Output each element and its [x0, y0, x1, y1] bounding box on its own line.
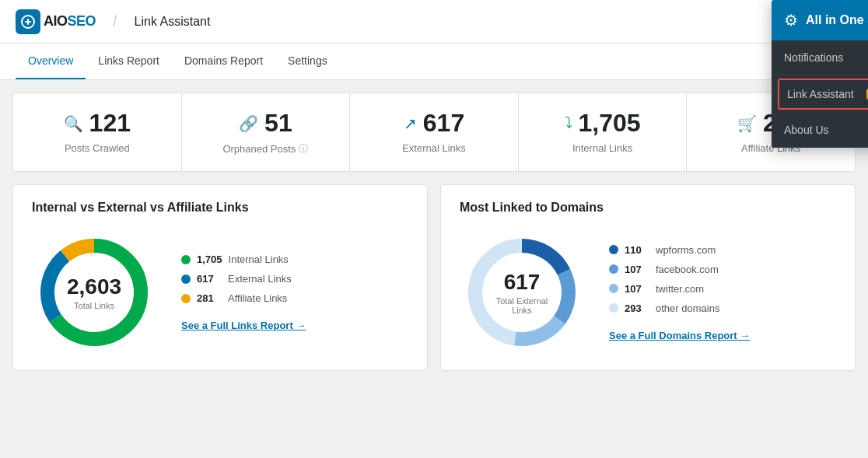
legend-label-affiliate: Affiliate Links: [228, 292, 287, 304]
logo-text: AIOSEO: [44, 13, 96, 30]
dropdown-item-about-us[interactable]: About Us: [772, 113, 868, 148]
aioseo-logo: AIOSEO: [16, 9, 96, 34]
legend-dot-external: [181, 274, 191, 284]
gear-icon: ⚙: [784, 11, 798, 30]
left-chart-card: Internal vs External vs Affiliate Links: [12, 184, 428, 371]
page-title: Link Assistant: [135, 15, 211, 29]
tab-links-report[interactable]: Links Report: [86, 44, 172, 79]
stat-external-links: ↗ 617 External Links: [350, 93, 519, 171]
stat-external-label: External Links: [402, 142, 466, 154]
left-chart-content: 2,603 Total Links 1,705 Internal Links 6…: [32, 230, 408, 355]
header: AIOSEO / Link Assistant: [0, 0, 868, 44]
dropdown-item-link-assistant[interactable]: Link Assistant NEW!: [778, 79, 868, 110]
tab-domains-report[interactable]: Domains Report: [172, 44, 275, 79]
search-icon: 🔍: [64, 114, 83, 133]
dropdown-item-notifications[interactable]: Notifications: [772, 40, 868, 75]
nav-tabs: Overview Links Report Domains Report Set…: [0, 44, 868, 80]
info-icon[interactable]: ⓘ: [299, 142, 308, 156]
stat-posts-crawled: 🔍 121 Posts Crawled: [13, 93, 182, 171]
right-chart-title: Most Linked to Domains: [460, 201, 836, 215]
see-links-report-link[interactable]: See a Full Links Report →: [181, 320, 306, 331]
domain-dot-facebook: [609, 264, 618, 274]
domain-name-twitter: twitter.com: [656, 283, 704, 295]
right-chart-legend-area: 110 wpforms.com 107 facebook.com 107 twi…: [609, 244, 750, 341]
internal-link-icon: ⤵: [565, 114, 572, 132]
stat-internal-number: 1,705: [579, 109, 641, 138]
affiliate-icon: 🛒: [737, 114, 757, 133]
tab-settings[interactable]: Settings: [275, 44, 340, 79]
stat-posts-crawled-number: 121: [89, 109, 131, 138]
domain-dot-wpforms: [609, 245, 618, 254]
right-chart-content: 617 Total External Links 110 wpforms.com…: [460, 230, 836, 355]
logo-area: AIOSEO / Link Assistant: [16, 9, 210, 34]
legend-label-external: External Links: [228, 273, 292, 285]
domain-count-wpforms: 110: [625, 244, 649, 256]
legend-count-affiliate: 281: [197, 292, 222, 304]
legend-dot-internal: [181, 255, 191, 264]
legend-item-affiliate: 281 Affiliate Links: [181, 292, 306, 304]
left-donut-wrapper: 2,603 Total Links: [32, 230, 156, 355]
right-donut-label: Total External Links: [491, 296, 553, 315]
right-donut-center: 617 Total External Links: [491, 270, 553, 315]
link-assistant-label: Link Assistant: [787, 88, 854, 100]
legend-dot-affiliate: [181, 294, 191, 303]
dropdown-menu: ⚙ All in One SEO ◀ Notifications Link As…: [772, 0, 868, 148]
see-domains-report-link[interactable]: See a Full Domains Report →: [609, 330, 750, 341]
tab-overview[interactable]: Overview: [16, 44, 86, 79]
right-chart-card: Most Linked to Domains 617: [440, 184, 856, 371]
domain-count-other: 293: [625, 302, 649, 314]
domain-name-other: other domains: [656, 302, 719, 314]
domain-count-twitter: 107: [625, 283, 649, 295]
link-off-icon: 🔗: [239, 114, 258, 133]
left-legend: 1,705 Internal Links 617 External Links …: [181, 253, 306, 304]
domain-dot-other: [609, 303, 618, 313]
legend-item-external: 617 External Links: [181, 273, 306, 285]
stat-internal-links: ⤵ 1,705 Internal Links: [519, 93, 688, 171]
left-chart-title: Internal vs External vs Affiliate Links: [32, 201, 408, 215]
legend-count-external: 617: [197, 273, 222, 285]
stat-posts-crawled-label: Posts Crawled: [65, 142, 130, 154]
stat-orphaned-posts: 🔗 51 Orphaned Posts ⓘ: [182, 93, 351, 171]
stat-external-number: 617: [423, 109, 464, 138]
stats-row: 🔍 121 Posts Crawled 🔗 51 Orphaned Posts …: [12, 93, 856, 172]
left-donut-number: 2,603: [67, 274, 121, 299]
legend-item-internal: 1,705 Internal Links: [181, 253, 306, 265]
domain-item-wpforms: 110 wpforms.com: [609, 244, 750, 256]
external-link-icon: ↗: [404, 114, 417, 133]
legend-count-internal: 1,705: [197, 253, 222, 265]
charts-row: Internal vs External vs Affiliate Links: [12, 184, 856, 371]
domain-name-facebook: facebook.com: [656, 264, 719, 275]
stat-internal-label: Internal Links: [572, 142, 632, 154]
domain-item-twitter: 107 twitter.com: [609, 283, 750, 295]
domain-name-wpforms: wpforms.com: [656, 244, 716, 256]
dropdown-header[interactable]: ⚙ All in One SEO ◀: [772, 0, 868, 40]
dropdown-title: All in One SEO: [806, 13, 868, 27]
domains-legend: 110 wpforms.com 107 facebook.com 107 twi…: [609, 244, 750, 314]
domain-item-facebook: 107 facebook.com: [609, 264, 750, 275]
domain-dot-twitter: [609, 284, 618, 293]
domain-item-other: 293 other domains: [609, 302, 750, 314]
legend-label-internal: Internal Links: [229, 253, 289, 265]
logo-icon: [16, 9, 40, 34]
left-donut-label: Total Links: [67, 301, 121, 310]
notifications-label: Notifications: [784, 51, 843, 64]
right-donut-wrapper: 617 Total External Links: [460, 230, 584, 355]
right-donut-number: 617: [491, 270, 553, 295]
left-chart-legend-area: 1,705 Internal Links 617 External Links …: [181, 253, 306, 331]
stat-orphaned-label: Orphaned Posts ⓘ: [222, 142, 308, 156]
domain-count-facebook: 107: [625, 264, 649, 275]
stat-orphaned-number: 51: [264, 109, 292, 138]
left-donut-center: 2,603 Total Links: [67, 274, 121, 310]
about-us-label: About Us: [784, 124, 829, 136]
header-divider: /: [113, 12, 117, 30]
